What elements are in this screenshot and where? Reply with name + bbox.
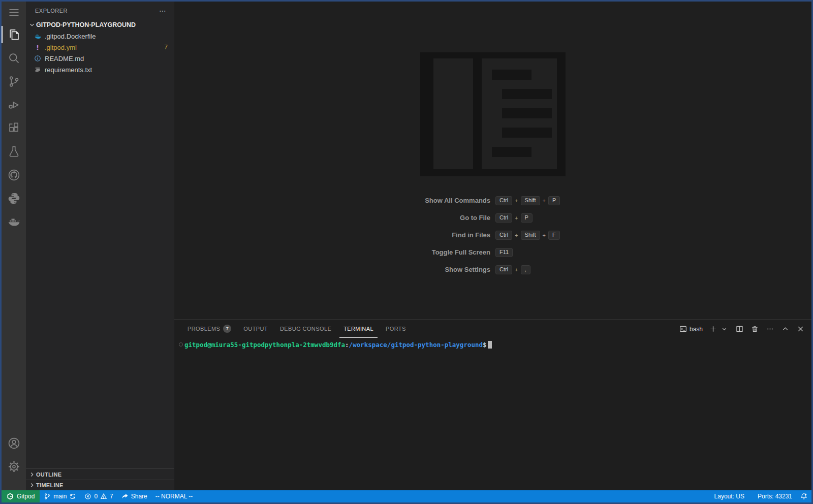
watermark-sidebar-shape (433, 58, 473, 169)
tab-output[interactable]: OUTPUT (239, 320, 272, 338)
notifications-button[interactable] (796, 490, 811, 502)
ports-label: Ports: 43231 (758, 493, 792, 500)
ports-indicator[interactable]: Ports: 43231 (754, 490, 796, 502)
file-name: requirements.txt (45, 66, 174, 74)
shortcut-label: Toggle Full Screen (361, 248, 490, 256)
keycap: F (548, 231, 560, 240)
github-icon (7, 168, 21, 182)
remote-indicator-gitpod[interactable]: Gitpod (2, 490, 40, 502)
editor-zone: Show All Commands Ctrl + Shift + P Go to… (174, 2, 811, 490)
more-actions-button[interactable] (765, 324, 775, 334)
shell-label: bash (690, 326, 703, 333)
keycap: P (548, 196, 560, 205)
activity-bar (2, 2, 26, 490)
shortcut-row: Show All Commands Ctrl + Shift + P (361, 195, 625, 206)
keycap: Shift (521, 231, 540, 240)
tab-label: PROBLEMS (187, 326, 220, 332)
split-terminal-button[interactable] (734, 324, 744, 334)
live-share-button[interactable]: Share (117, 490, 151, 502)
maximize-panel-button[interactable] (780, 324, 790, 334)
sidebar-more-actions-button[interactable]: ⋯ (159, 7, 167, 15)
file-name: .gitpod.Dockerfile (45, 33, 174, 40)
terminal-dropdown-button[interactable] (719, 324, 729, 334)
vscode-window: EXPLORER ⋯ GITPOD-PYTHON-PLAYGROUND .git… (0, 0, 813, 504)
account-button[interactable] (2, 431, 26, 455)
share-label: Share (131, 493, 147, 500)
activity-extensions-button[interactable] (2, 116, 26, 140)
tree-root-folder[interactable]: GITPOD-PYTHON-PLAYGROUND (26, 19, 174, 30)
activity-github-button[interactable] (2, 163, 26, 186)
sync-icon (69, 493, 76, 500)
tab-ports[interactable]: PORTS (382, 320, 410, 338)
shortcut-label: Find in Files (361, 231, 490, 239)
activity-testing-button[interactable] (2, 140, 26, 163)
file-row-readme[interactable]: README.md (26, 53, 174, 64)
settings-gear-icon (7, 460, 21, 474)
keycap: , (521, 265, 530, 274)
terminal-body[interactable]: gitpod@miura55-gitpodpythonpla-2tmwvdb9d… (174, 338, 811, 490)
file-tree: GITPOD-PYTHON-PLAYGROUND .gitpod.Dockerf… (26, 19, 174, 468)
panel-header: PROBLEMS 7 OUTPUT DEBUG CONSOLE TERMINAL (174, 320, 811, 338)
prompt-dollar: $ (483, 341, 487, 349)
new-terminal-button[interactable] (708, 324, 718, 334)
close-panel-button[interactable] (795, 324, 805, 334)
gitpod-logo-icon (7, 493, 14, 500)
vim-mode-indicator[interactable]: -- NORMAL -- (151, 490, 197, 502)
python-icon (7, 192, 21, 205)
activity-docker-button[interactable] (2, 210, 26, 233)
section-timeline[interactable]: TIMELINE (26, 480, 174, 490)
activity-source-control-button[interactable] (2, 70, 26, 93)
tab-problems[interactable]: PROBLEMS 7 (183, 320, 235, 338)
activity-bottom (2, 431, 26, 490)
shortcut-label: Show All Commands (361, 197, 490, 204)
git-branch-icon (44, 493, 51, 500)
shortcut-label: Show Settings (361, 266, 490, 273)
command-decoration[interactable] (177, 342, 184, 346)
activity-explorer-button[interactable] (2, 23, 26, 46)
sidebar-title: EXPLORER (35, 8, 68, 14)
keyboard-layout-indicator[interactable]: Layout: US (710, 490, 748, 502)
shortcut-row: Go to File Ctrl + P (361, 212, 625, 223)
chevron-up-icon (781, 325, 789, 333)
shortcut-keys: Ctrl + Shift + P (495, 196, 625, 205)
vim-mode-label: -- NORMAL -- (155, 493, 193, 500)
kill-terminal-button[interactable] (749, 324, 760, 334)
keycap: Ctrl (495, 265, 512, 274)
split-editor-icon (736, 325, 743, 333)
command-decoration-icon (179, 342, 183, 346)
shell-selector[interactable]: bash (679, 325, 703, 333)
shortcut-keys: Ctrl + Shift + F (495, 231, 625, 240)
activity-search-button[interactable] (2, 46, 26, 70)
menu-button[interactable] (2, 2, 26, 23)
branch-indicator[interactable]: main (40, 490, 80, 502)
section-outline[interactable]: OUTLINE (26, 469, 174, 480)
bottom-panel: PROBLEMS 7 OUTPUT DEBUG CONSOLE TERMINAL (174, 320, 811, 490)
new-terminal-group (708, 324, 729, 334)
prompt-path: /workspace/gitpod-python-playground (349, 341, 483, 349)
tab-label: TERMINAL (343, 326, 373, 332)
ellipsis-icon (766, 325, 774, 333)
file-row-requirements[interactable]: requirements.txt (26, 64, 174, 75)
extensions-icon (7, 121, 21, 135)
activity-spacer (2, 233, 26, 431)
shortcut-row: Find in Files Ctrl + Shift + F (361, 230, 625, 240)
file-row-gitpod-dockerfile[interactable]: .gitpod.Dockerfile (26, 30, 174, 42)
problems-indicator[interactable]: 0 7 (80, 490, 117, 502)
branch-label: main (53, 493, 67, 500)
tab-terminal[interactable]: TERMINAL (339, 320, 378, 338)
files-explorer-icon (7, 28, 21, 42)
shortcut-keys: F11 (495, 248, 625, 257)
file-row-gitpod-yml[interactable]: ! .gitpod.yml 7 (26, 42, 174, 53)
settings-button[interactable] (2, 455, 26, 478)
watermark-gap (473, 58, 482, 169)
tab-debug-console[interactable]: DEBUG CONSOLE (276, 320, 335, 338)
warning-count: 7 (110, 493, 113, 500)
activity-python-button[interactable] (2, 186, 26, 210)
root-folder-label: GITPOD-PYTHON-PLAYGROUND (36, 21, 136, 28)
terminal-cursor (488, 341, 492, 349)
letterpress-watermark (420, 52, 566, 176)
close-icon (797, 325, 804, 333)
watermark-bar (502, 89, 552, 99)
activity-run-debug-button[interactable] (2, 93, 26, 116)
error-icon (84, 493, 91, 500)
